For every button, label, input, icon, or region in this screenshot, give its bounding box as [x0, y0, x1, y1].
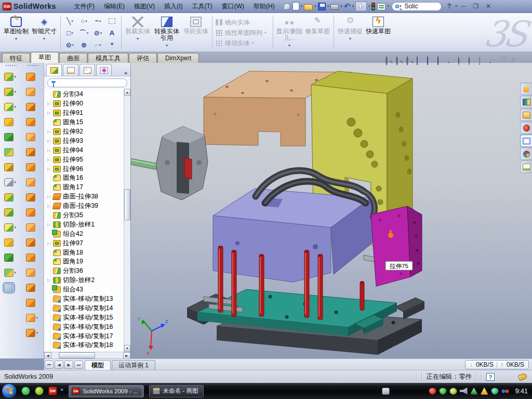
- dimension-dropdown-icon[interactable]: ▼: [43, 35, 46, 42]
- dropdown-icon[interactable]: ▾: [15, 225, 18, 230]
- quick-tips-icon[interactable]: ?: [486, 373, 495, 381]
- search-input[interactable]: Solic: [404, 3, 418, 10]
- shut-off-surface-icon[interactable]: [26, 265, 40, 280]
- pin-menu-icon[interactable]: [284, 3, 290, 10]
- display-style-icon[interactable]: ▾: [437, 57, 446, 66]
- dropdown-icon[interactable]: ▾: [15, 90, 18, 94]
- solidworks-search-tab[interactable]: [520, 122, 532, 134]
- zoom-fit-icon[interactable]: [385, 57, 394, 66]
- scrollbar-thumb[interactable]: [59, 352, 95, 358]
- prev-tab-icon[interactable]: ◀: [55, 361, 63, 369]
- help-button[interactable]: ?: [444, 3, 455, 10]
- menu-窗口(W)[interactable]: 窗口(W): [217, 1, 249, 12]
- sketch-dropdown-icon[interactable]: ▼: [15, 35, 18, 42]
- extruded-boss-icon[interactable]: ▾: [4, 69, 18, 84]
- point-tool[interactable]: *: [105, 39, 119, 51]
- scroll-down-icon[interactable]: ▼: [124, 345, 130, 352]
- new-dropdown-icon[interactable]: ▾: [301, 4, 303, 8]
- offset-surface-icon[interactable]: [26, 190, 40, 205]
- tree-item[interactable]: 分割34: [47, 90, 124, 99]
- scroll-up-icon[interactable]: ▲: [124, 89, 130, 96]
- tree-item[interactable]: ▷曲面-拉伸38: [47, 192, 124, 202]
- edit-appearance-icon[interactable]: [458, 57, 467, 66]
- spline-tool[interactable]: ~▾: [91, 15, 105, 27]
- dropdown-icon[interactable]: ▾: [15, 105, 18, 109]
- swept-boss-icon[interactable]: [4, 114, 18, 129]
- knit-surface-icon[interactable]: [26, 129, 40, 144]
- dropdown-icon[interactable]: ▾: [15, 180, 18, 184]
- delete-body-icon[interactable]: [4, 235, 18, 250]
- restore-button[interactable]: ❐: [469, 3, 482, 10]
- curve-icon[interactable]: ▾: [4, 265, 18, 280]
- network-speed-widget[interactable]: ↓ 0KB/S ↑ 0KB/S: [465, 360, 529, 369]
- instant3d-icon[interactable]: [4, 280, 18, 295]
- dropdown-icon[interactable]: ▾: [36, 316, 40, 320]
- line-tool[interactable]: ╲▾: [63, 15, 77, 27]
- insert-part-icon[interactable]: ▾: [4, 220, 18, 235]
- section-view-icon[interactable]: [417, 57, 425, 66]
- ribbon-tab-模具工具[interactable]: 模具工具: [88, 53, 128, 63]
- tree-filter-input[interactable]: [47, 78, 127, 87]
- tab-configuration-manager[interactable]: [79, 64, 95, 76]
- sketch-fillet-tool[interactable]: ⌐▾: [91, 39, 105, 51]
- save-dropdown-icon[interactable]: ▾: [327, 4, 329, 8]
- print-icon[interactable]: [330, 4, 339, 10]
- parting-line-icon[interactable]: [26, 250, 40, 265]
- doc-tab-运动算例 1[interactable]: 运动算例 1: [112, 360, 155, 370]
- core-icon[interactable]: [26, 295, 40, 310]
- options-icon[interactable]: [377, 3, 385, 10]
- combine-bodies-icon[interactable]: [4, 190, 18, 205]
- ribbon-tab-草图[interactable]: 草图: [31, 52, 59, 63]
- toolbar-grip[interactable]: [5, 64, 17, 67]
- select-dropdown-icon[interactable]: ▾: [368, 4, 370, 8]
- tree-horizontal-scrollbar[interactable]: ◀ ▶: [44, 352, 130, 358]
- solidworks-quicklaunch-icon[interactable]: SW: [48, 387, 57, 395]
- expand-arrow-icon[interactable]: ▷: [47, 241, 53, 246]
- defender-icon[interactable]: [491, 388, 499, 395]
- graphics-viewport[interactable]: Y Z X 拉伸75 ▾▾▾▾▾ ─❐✕: [131, 63, 532, 358]
- planar-surface-icon[interactable]: [26, 144, 40, 159]
- expand-arrow-icon[interactable]: ▷: [47, 157, 53, 162]
- expand-arrow-icon[interactable]: ▷: [47, 167, 53, 171]
- swept-surface-icon[interactable]: [26, 69, 40, 84]
- convert-entities-button[interactable]: 转换实体引用 ▼: [152, 14, 182, 50]
- security-icon[interactable]: [35, 387, 44, 395]
- tree-item[interactable]: 实体-移动/复制13: [47, 295, 124, 304]
- tree-item[interactable]: 实体-移动/复制16: [47, 322, 124, 331]
- tab-dimxpert-manager[interactable]: [96, 64, 112, 76]
- freeform-icon[interactable]: [26, 175, 40, 190]
- tree-item[interactable]: 实体-移动/复制14: [47, 303, 124, 313]
- ellipse-tool[interactable]: ⊘▾: [91, 27, 105, 39]
- tree-item[interactable]: ▷拉伸93: [47, 136, 124, 145]
- delete-face-icon[interactable]: [26, 220, 40, 235]
- tag-icon[interactable]: [518, 373, 528, 381]
- convert-dropdown-icon[interactable]: ▼: [165, 42, 169, 49]
- security-shield-icon[interactable]: [439, 388, 447, 395]
- insert-surface-icon[interactable]: ▾: [26, 310, 40, 325]
- menu-编辑(E)[interactable]: 编辑(E): [99, 1, 129, 12]
- linear-pattern-icon[interactable]: ▾: [4, 175, 18, 190]
- menu-文件(F)[interactable]: 文件(F): [70, 1, 99, 12]
- tab-property-manager[interactable]: [63, 64, 78, 76]
- tree-item[interactable]: 分割35: [47, 211, 124, 220]
- tree-item[interactable]: ▷拉伸91: [47, 109, 124, 118]
- undo-icon[interactable]: ↶: [344, 2, 351, 10]
- menu-工具(T)[interactable]: 工具(T): [187, 1, 217, 12]
- appearances-scenes-tab[interactable]: [520, 148, 532, 160]
- quick-launch-more-icon[interactable]: »: [60, 386, 63, 392]
- expand-arrow-icon[interactable]: ▷: [47, 111, 53, 115]
- revolved-surface-icon[interactable]: [26, 84, 40, 99]
- expand-arrow-icon[interactable]: ▷: [47, 101, 53, 106]
- tree-item[interactable]: 圆角17: [47, 183, 124, 192]
- expand-arrow-icon[interactable]: ▷: [47, 129, 53, 134]
- tree-item[interactable]: 组合42: [47, 229, 124, 238]
- surface-flatten-icon[interactable]: [26, 159, 40, 175]
- minimize-button[interactable]: ─: [458, 3, 470, 10]
- volume-icon[interactable]: [460, 388, 468, 395]
- view-orientation-icon[interactable]: ▾: [427, 57, 436, 66]
- expand-arrow-icon[interactable]: ▷: [47, 278, 53, 283]
- network-icon[interactable]: [470, 388, 478, 395]
- design-library-tab[interactable]: [520, 96, 532, 108]
- expand-arrow-icon[interactable]: ▷: [47, 148, 53, 153]
- antivirus-icon[interactable]: [429, 388, 436, 395]
